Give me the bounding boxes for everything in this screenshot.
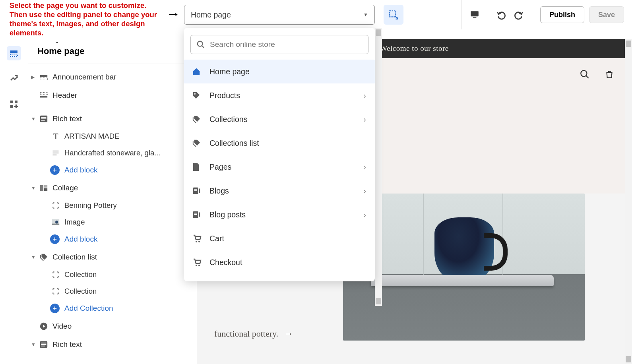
dd-blogs[interactable]: Blogs › [184, 179, 375, 203]
blog-icon [192, 186, 206, 195]
section-collage[interactable]: ▼ Collage [28, 179, 185, 197]
page-icon [192, 162, 206, 172]
svg-rect-1 [471, 11, 479, 16]
block-collection-2[interactable]: Collection [28, 283, 185, 300]
redo-icon[interactable] [514, 10, 524, 20]
caret-right-icon: ▶ [31, 74, 38, 80]
tag-icon [192, 91, 206, 100]
section-header[interactable]: Header [28, 86, 185, 105]
dd-checkout[interactable]: Checkout [184, 250, 375, 274]
section-label: Video [52, 322, 72, 331]
search-icon [196, 40, 205, 49]
dd-label: Collections [209, 115, 247, 124]
svg-rect-20 [44, 185, 47, 188]
add-block-collage[interactable]: + Add block [28, 230, 185, 248]
block-label: Handcrafted stoneware, gla... [64, 149, 161, 157]
blog-post-icon [192, 210, 206, 219]
rail-apps-icon[interactable] [7, 97, 21, 111]
dd-cart[interactable]: Cart [184, 227, 375, 250]
search-online-store[interactable] [190, 35, 368, 54]
preview-cart-icon[interactable] [604, 69, 615, 79]
rail-sections-icon[interactable] [7, 46, 21, 60]
dd-collections[interactable]: Collections › [184, 107, 375, 131]
frame-icon [50, 200, 61, 211]
plus-icon: + [50, 304, 60, 313]
svg-rect-8 [40, 75, 47, 77]
checkout-icon [192, 258, 206, 267]
publish-button[interactable]: Publish [540, 6, 584, 23]
svg-rect-19 [40, 185, 43, 191]
svg-rect-5 [10, 101, 13, 103]
dd-collections-list[interactable]: Collections list [184, 131, 375, 155]
section-picker-button[interactable] [384, 5, 403, 25]
svg-point-43 [198, 265, 200, 266]
section-rich-text-2[interactable]: ▼ Rich text [28, 335, 185, 354]
svg-point-31 [194, 93, 196, 95]
dd-pages[interactable]: Pages › [184, 155, 375, 179]
preview-search-icon[interactable] [580, 69, 590, 79]
add-collection[interactable]: + Add Collection [28, 300, 185, 317]
search-input[interactable] [210, 40, 363, 49]
svg-point-42 [196, 265, 197, 266]
svg-rect-24 [52, 224, 59, 225]
home-icon [192, 67, 206, 76]
desktop-preview-icon[interactable] [469, 10, 480, 20]
dd-label: Blog posts [209, 210, 246, 219]
cart-icon [192, 234, 206, 243]
svg-rect-0 [390, 11, 396, 17]
dd-label: Cart [209, 234, 224, 243]
dropdown-scrollbar[interactable] [375, 28, 382, 306]
undo-icon[interactable] [496, 10, 506, 20]
add-block-rich-text[interactable]: + Add block [28, 161, 185, 179]
svg-rect-37 [199, 213, 200, 217]
block-benning-pottery[interactable]: Benning Pottery [28, 197, 185, 214]
block-heading[interactable]: T ARTISAN MADE [28, 128, 185, 145]
save-button[interactable]: Save [589, 6, 624, 23]
svg-rect-7 [10, 105, 13, 108]
svg-point-40 [196, 241, 197, 242]
preview-scrollbar[interactable] [625, 39, 632, 364]
image-thumb-icon [50, 217, 61, 228]
svg-rect-18 [53, 155, 57, 155]
block-image[interactable]: Image [28, 214, 185, 230]
caret-down-icon: ▼ [31, 254, 38, 260]
section-rich-text[interactable]: ▼ Rich text [28, 110, 185, 128]
page-selector-dropdown[interactable]: Home page ▼ [184, 5, 375, 25]
dd-products[interactable]: Products › [184, 83, 375, 107]
svg-rect-15 [41, 120, 45, 121]
section-icon [38, 90, 49, 101]
instruction-annotation: Select the page you want to customize. T… [10, 1, 161, 38]
block-collection-1[interactable]: Collection [28, 266, 185, 283]
section-announcement-bar[interactable]: ▶ Announcement bar [28, 68, 185, 86]
page-dropdown-panel: Home page Products › Collections › Colle… [184, 28, 375, 281]
arrow-right-icon: → [285, 329, 293, 339]
svg-rect-14 [41, 118, 47, 119]
page-selector-label: Home page [191, 10, 231, 19]
arrow-down-icon: ↓ [55, 35, 59, 45]
section-video[interactable]: Video [28, 317, 185, 335]
svg-rect-27 [41, 343, 47, 343]
svg-rect-21 [44, 188, 47, 191]
rail-theme-settings-icon[interactable] [7, 72, 21, 86]
block-label: Collection [64, 287, 97, 296]
section-label: Collage [52, 184, 78, 192]
block-text[interactable]: Handcrafted stoneware, gla... [28, 145, 185, 161]
caret-down-icon: ▼ [31, 116, 38, 122]
svg-rect-13 [41, 117, 47, 118]
rich-text-icon [38, 339, 49, 350]
block-label: ARTISAN MADE [64, 132, 119, 141]
dd-blog-posts[interactable]: Blog posts › [184, 203, 375, 227]
svg-rect-6 [15, 101, 17, 103]
collage-icon [38, 182, 49, 194]
svg-rect-28 [41, 344, 47, 345]
text-heading-icon: T [50, 131, 61, 142]
block-label: Benning Pottery [64, 201, 117, 210]
topbar-actions: Publish Save [461, 0, 636, 29]
add-label: Add block [64, 235, 97, 244]
dd-label: Products [209, 91, 240, 100]
section-collection-list[interactable]: ▼ Collection list [28, 248, 185, 266]
chevron-right-icon: › [363, 115, 366, 124]
section-label: Collection list [52, 253, 97, 261]
dd-home-page[interactable]: Home page [184, 60, 375, 83]
svg-rect-17 [53, 153, 59, 153]
